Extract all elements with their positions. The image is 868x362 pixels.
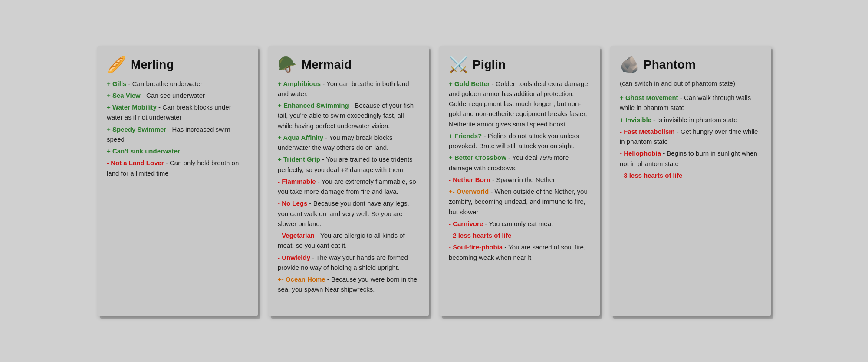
card-phantom: 🪨Phantom(can switch in and out of phanto… (610, 46, 771, 316)
card-merling: 🥖Merling+ Gills - Can breathe underwater… (97, 46, 258, 316)
trait-name: +- Overworld (449, 188, 489, 195)
trait-item: +- Ocean Home - Because you were born in… (278, 274, 419, 295)
trait-item: + Ghost Movement - Can walk through wall… (620, 93, 761, 113)
card-header-mermaid: 🪖Mermaid (278, 57, 419, 73)
trait-name: +- Ocean Home (278, 276, 326, 283)
trait-item: - Heliophobia - Begins to burn in sunlig… (620, 148, 761, 169)
card-icon-piglin: ⚔️ (449, 57, 468, 73)
card-icon-merling: 🥖 (107, 57, 126, 73)
card-header-phantom: 🪨Phantom (620, 57, 761, 73)
trait-name: - Vegetarian (278, 232, 315, 239)
card-body-piglin: + Gold Better - Golden tools deal extra … (449, 79, 590, 262)
trait-name: + Trident Grip (278, 156, 320, 163)
trait-name: + Sea View (107, 92, 141, 99)
card-icon-mermaid: 🪖 (278, 57, 297, 73)
card-title-piglin: Piglin (473, 58, 506, 72)
trait-item: + Better Crossbow - You deal 75% more da… (449, 153, 590, 173)
trait-item: + Speedy Swimmer - Has increased swim sp… (107, 124, 248, 145)
trait-name: - Heliophobia (620, 149, 661, 157)
card-header-merling: 🥖Merling (107, 57, 248, 73)
card-piglin: ⚔️Piglin+ Gold Better - Golden tools dea… (439, 46, 600, 316)
trait-name: - 3 less hearts of life (620, 172, 682, 179)
trait-name: + Enhanced Swimming (278, 102, 349, 109)
card-title-mermaid: Mermaid (302, 58, 352, 72)
trait-item: + Water Mobility - Can break blocks unde… (107, 102, 248, 123)
trait-name: + Invisible (620, 116, 651, 123)
trait-name: + Water Mobility (107, 103, 157, 111)
trait-name: + Gills (107, 80, 126, 87)
trait-name: - Soul-fire-phobia (449, 243, 503, 251)
trait-name: + Aqua Affinity (278, 134, 323, 141)
trait-desc: - Can see underwater (141, 92, 205, 99)
trait-item: + Gold Better - Golden tools deal extra … (449, 79, 590, 129)
trait-item: - Not a Land Lover - Can only hold breat… (107, 158, 248, 178)
trait-name: + Gold Better (449, 80, 490, 87)
trait-name: - Fast Metabolism (620, 128, 675, 135)
trait-item: + Trident Grip - You are trained to use … (278, 154, 419, 175)
trait-name: + Friends? (449, 132, 482, 139)
trait-item: + Invisible - Is invisible in phantom st… (620, 115, 761, 125)
trait-item: - Soul-fire-phobia - You are sacred of s… (449, 242, 590, 262)
trait-item: + Friends? - Piglins do not attack you u… (449, 131, 590, 151)
trait-name: - No Legs (278, 199, 307, 207)
trait-item: + Can't sink underwater (107, 146, 248, 156)
cards-container: 🥖Merling+ Gills - Can breathe underwater… (71, 20, 797, 342)
trait-desc: - Can breathe underwater (126, 80, 202, 87)
trait-name: - Carnivore (449, 220, 483, 227)
trait-item: - Vegetarian - You are allergic to all k… (278, 230, 419, 251)
trait-item: - Flammable - You are extremely flammabl… (278, 176, 419, 197)
card-title-phantom: Phantom (644, 58, 696, 72)
trait-name: + Better Crossbow (449, 154, 506, 161)
card-subtitle-phantom: (can switch in and out of phantom state) (620, 79, 761, 89)
card-mermaid: 🪖Mermaid+ Amphibious - You can breathe i… (268, 46, 429, 316)
trait-name: + Can't sink underwater (107, 147, 180, 155)
trait-name: - Not a Land Lover (107, 159, 164, 166)
card-icon-phantom: 🪨 (620, 57, 639, 73)
trait-item: + Enhanced Swimming - Because of your fi… (278, 100, 419, 131)
trait-name: + Amphibious (278, 80, 321, 87)
trait-item: - Unwieldy - The way your hands are form… (278, 252, 419, 273)
trait-item: + Amphibious - You can breathe in both l… (278, 79, 419, 99)
card-header-piglin: ⚔️Piglin (449, 57, 590, 73)
card-body-merling: + Gills - Can breathe underwater+ Sea Vi… (107, 79, 248, 178)
trait-desc: - Is invisible in phantom state (651, 116, 737, 123)
trait-desc: - You can only eat meat (483, 220, 553, 227)
card-body-mermaid: + Amphibious - You can breathe in both l… (278, 79, 419, 295)
trait-name: + Speedy Swimmer (107, 126, 166, 133)
trait-item: - Nether Born - Spawn in the Nether (449, 175, 590, 185)
trait-desc: - Spawn in the Nether (490, 176, 555, 183)
trait-name: - 2 less hearts of life (449, 232, 511, 239)
trait-name: - Flammable (278, 178, 316, 185)
trait-item: + Gills - Can breathe underwater (107, 79, 248, 89)
trait-item: - 3 less hearts of life (620, 170, 761, 180)
trait-name: - Unwieldy (278, 254, 310, 261)
trait-item: + Sea View - Can see underwater (107, 90, 248, 100)
trait-name: - Nether Born (449, 176, 490, 183)
trait-item: - Fast Metabolism - Get hungry over time… (620, 126, 761, 147)
card-title-merling: Merling (131, 58, 174, 72)
trait-item: - Carnivore - You can only eat meat (449, 219, 590, 229)
trait-item: +- Overworld - When outside of the Nethe… (449, 186, 590, 217)
card-body-phantom: + Ghost Movement - Can walk through wall… (620, 93, 761, 180)
trait-item: - No Legs - Because you dont have any le… (278, 198, 419, 229)
trait-item: - 2 less hearts of life (449, 230, 590, 240)
trait-item: + Aqua Affinity - You may break blocks u… (278, 133, 419, 153)
trait-name: + Ghost Movement (620, 94, 678, 101)
